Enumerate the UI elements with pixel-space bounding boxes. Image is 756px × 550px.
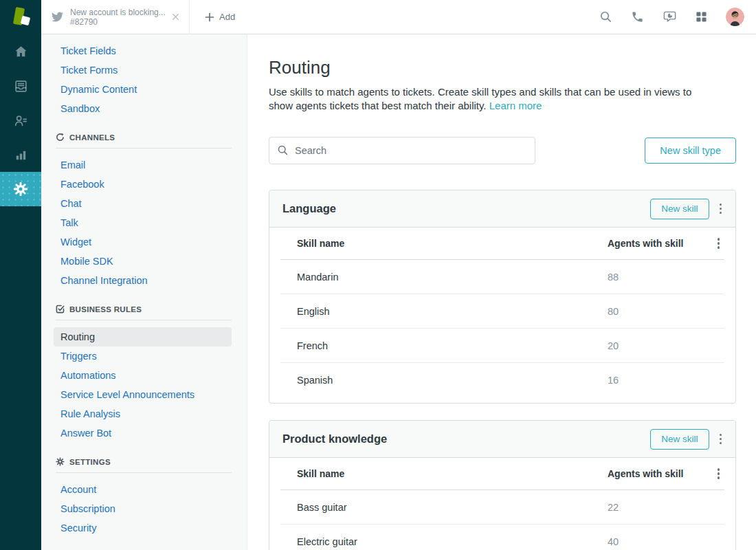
section-header-label: BUSINESS RULES xyxy=(69,305,142,314)
rail-home-icon[interactable] xyxy=(0,34,41,69)
table-menu-icon[interactable] xyxy=(713,465,725,483)
sidebar-item-ticket-forms[interactable]: Ticket Forms xyxy=(54,60,232,80)
skills-toolbar: New skill type xyxy=(269,137,736,164)
section-header-label: SETTINGS xyxy=(69,458,111,466)
twitter-icon xyxy=(52,11,63,23)
settings-sidebar: Ticket Fields Ticket Forms Dynamic Conte… xyxy=(41,34,247,550)
agents-count: 20 xyxy=(608,340,709,351)
skill-type-card-language: Language New skill Skill name Agents wit… xyxy=(269,190,736,404)
sidebar-item-triggers[interactable]: Triggers xyxy=(54,346,232,366)
sidebar-item-answer-bot[interactable]: Answer Bot xyxy=(54,424,232,443)
skill-name: Bass guitar xyxy=(297,502,608,513)
zendesk-admin-app: New account is blocking... #82790 Add xyxy=(0,0,756,550)
table-row[interactable]: Bass guitar 22 xyxy=(280,490,724,525)
card-menu-icon[interactable] xyxy=(715,430,727,448)
sidebar-item-dynamic-content[interactable]: Dynamic Content xyxy=(54,80,232,99)
sidebar-item-chat[interactable]: Chat xyxy=(54,194,232,213)
add-tab-button[interactable]: Add xyxy=(205,12,235,22)
tab-text: New account is blocking... #82790 xyxy=(70,8,169,27)
skill-name: Mandarin xyxy=(297,272,608,283)
sidebar-item-service-level-announcements[interactable]: Service Level Announcements xyxy=(54,385,232,404)
column-skill-name: Skill name xyxy=(297,238,608,249)
avatar[interactable] xyxy=(726,8,744,26)
table-menu-icon[interactable] xyxy=(713,234,725,252)
sidebar-item-mobile-sdk[interactable]: Mobile SDK xyxy=(54,252,232,271)
sidebar-item-rule-analysis[interactable]: Rule Analysis xyxy=(54,404,232,424)
sidebar-item-sandbox[interactable]: Sandbox xyxy=(54,99,232,118)
skills-table: Skill name Agents with skill Mandarin 88… xyxy=(269,228,735,403)
rail-views-icon[interactable] xyxy=(0,69,41,103)
table-header: Skill name Agents with skill xyxy=(280,458,724,490)
skill-type-card-product-knowledge: Product knowledge New skill Skill name A… xyxy=(269,420,736,550)
learn-more-link[interactable]: Learn more xyxy=(489,100,542,111)
search-icon[interactable] xyxy=(599,10,612,23)
skill-name: English xyxy=(297,306,608,317)
table-row[interactable]: Mandarin 88 xyxy=(280,260,724,294)
section-header-channels: CHANNELS xyxy=(56,133,232,142)
phone-icon[interactable] xyxy=(631,10,644,23)
skill-name: Spanish xyxy=(297,375,608,386)
agents-count: 88 xyxy=(608,272,709,283)
section-divider xyxy=(56,472,232,473)
page-description: Use skills to match agents to tickets. C… xyxy=(269,85,712,113)
search-icon xyxy=(277,144,289,156)
sidebar-item-automations[interactable]: Automations xyxy=(54,366,232,385)
skill-name: French xyxy=(297,340,608,351)
sidebar-item-email[interactable]: Email xyxy=(54,155,232,175)
skill-name: Electric guitar xyxy=(297,536,608,547)
skill-type-name: Language xyxy=(282,202,650,215)
table-row[interactable]: French 20 xyxy=(280,329,724,363)
description-text: Use skills to match agents to tickets. C… xyxy=(269,86,691,111)
table-row[interactable]: Electric guitar 40 xyxy=(280,525,724,550)
column-agents-with-skill: Agents with skill xyxy=(608,238,709,249)
skill-search xyxy=(269,137,535,164)
table-row[interactable]: Spanish 16 xyxy=(280,363,724,397)
product-nav-rail xyxy=(0,34,41,550)
column-skill-name: Skill name xyxy=(297,468,608,479)
apps-grid-icon[interactable] xyxy=(696,11,707,23)
chat-icon[interactable] xyxy=(663,10,677,24)
section-header-settings: SETTINGS xyxy=(56,457,232,466)
new-skill-button[interactable]: New skill xyxy=(650,429,709,450)
ticket-tab[interactable]: New account is blocking... #82790 xyxy=(41,0,190,34)
tab-ticket-id: #82790 xyxy=(70,17,169,27)
agents-count: 16 xyxy=(608,375,709,386)
close-icon[interactable] xyxy=(169,10,182,23)
search-input[interactable] xyxy=(269,137,535,164)
logo-white-shape xyxy=(21,16,31,26)
topbar-actions xyxy=(599,8,756,26)
agents-count: 40 xyxy=(608,536,709,547)
agents-count: 22 xyxy=(608,502,709,513)
card-menu-icon[interactable] xyxy=(715,200,727,218)
zendesk-logo[interactable] xyxy=(0,0,41,35)
sidebar-item-widget[interactable]: Widget xyxy=(54,232,232,252)
skill-type-name: Product knowledge xyxy=(282,432,650,446)
sidebar-item-routing[interactable]: Routing xyxy=(54,327,232,346)
sidebar-item-ticket-fields[interactable]: Ticket Fields xyxy=(54,41,232,60)
business-rules-icon xyxy=(56,305,65,314)
agents-count: 80 xyxy=(608,306,709,317)
card-header: Product knowledge New skill xyxy=(269,421,735,458)
sidebar-item-channel-integration[interactable]: Channel Integration xyxy=(54,271,232,290)
section-divider xyxy=(56,320,232,320)
rail-reports-icon[interactable] xyxy=(0,138,41,172)
channels-icon xyxy=(56,133,65,142)
top-bar: New account is blocking... #82790 Add xyxy=(0,0,756,34)
rail-admin-settings-icon[interactable] xyxy=(0,172,41,206)
rail-customers-icon[interactable] xyxy=(0,103,41,138)
plus-icon xyxy=(205,12,214,22)
new-skill-button[interactable]: New skill xyxy=(650,199,709,219)
new-skill-type-button[interactable]: New skill type xyxy=(645,138,736,164)
tab-title: New account is blocking... xyxy=(70,8,169,17)
sidebar-item-security[interactable]: Security xyxy=(54,518,232,538)
sidebar-item-subscription[interactable]: Subscription xyxy=(54,499,232,518)
table-row[interactable]: English 80 xyxy=(280,294,724,329)
sidebar-item-account[interactable]: Account xyxy=(54,480,232,499)
card-header: Language New skill xyxy=(269,190,735,228)
main-content: Routing Use skills to match agents to ti… xyxy=(247,34,756,550)
sidebar-item-facebook[interactable]: Facebook xyxy=(54,175,232,194)
settings-icon xyxy=(56,457,65,466)
sidebar-item-talk[interactable]: Talk xyxy=(54,213,232,232)
table-header: Skill name Agents with skill xyxy=(280,228,724,260)
section-divider xyxy=(56,148,232,148)
